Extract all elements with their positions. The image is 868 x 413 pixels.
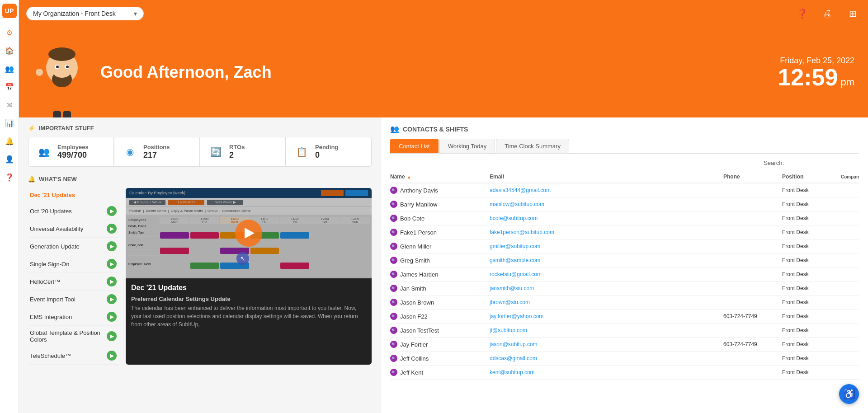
td-email-7: jansmith@siu.com (490, 285, 723, 291)
td-name-10: 🔍 Jason TestTest (390, 327, 490, 334)
content-area: ⚡ IMPORTANT STUFF 👥 Employees 499/700 ◉ … (19, 117, 868, 413)
th-company: Company (841, 174, 859, 180)
svg-point-3 (54, 69, 70, 78)
tab-time-clock[interactable]: Time Clock Summary (496, 139, 569, 153)
table-row[interactable]: 🔍 Bob Cote bcote@subitup.com Front Desk (390, 211, 859, 225)
news-item-event-import[interactable]: Event Import Tool ▶ (28, 291, 118, 308)
table-row[interactable]: 🔍 Jay Fortier jason@subitup.com 603-724-… (390, 338, 859, 352)
td-name-2: 🔍 Bob Cote (390, 215, 490, 222)
whats-new-header: 🔔 WHAT'S NEW (28, 176, 372, 183)
table-row[interactable]: 🔍 Jason F22 jay.fortier@yahoo.com 603-72… (390, 310, 859, 324)
sidebar-icon-person[interactable]: 👤 (1, 151, 18, 167)
td-email-8: jbrown@siu.com (490, 299, 723, 305)
news-item-global-template[interactable]: Global Template & Position Colors ▶ (28, 326, 118, 347)
table-row[interactable]: 🔍 Glenn Miller gmiller@subitup.com Front… (390, 239, 859, 253)
sidebar-icon-users[interactable]: 👥 (1, 61, 18, 77)
td-position-3: Front Desk (782, 229, 841, 235)
td-email-0: adavis34544@gmail.com (490, 187, 723, 193)
td-email-2: bcote@subitup.com (490, 215, 723, 221)
news-item-teleschedule[interactable]: TeleSchedule™ ▶ (28, 347, 118, 365)
table-row[interactable]: 🔍 Jeff Kent kent@subitup.com Front Desk (390, 366, 859, 380)
contact-search-icon-0[interactable]: 🔍 (390, 187, 397, 194)
table-row[interactable]: 🔍 Jason Brown jbrown@siu.com Front Desk (390, 296, 859, 310)
contact-search-icon-7[interactable]: 🔍 (390, 285, 397, 292)
contact-search-icon-12[interactable]: 🔍 (390, 355, 397, 362)
contact-search-icon-1[interactable]: 🔍 (390, 201, 397, 208)
td-name-8: 🔍 Jason Brown (390, 299, 490, 306)
table-row[interactable]: 🔍 Jan Smith jansmith@siu.com Front Desk (390, 282, 859, 296)
contact-search-icon-2[interactable]: 🔍 (390, 215, 397, 222)
table-row[interactable]: 🔍 Barry Manilow manilow@subitup.com Fron… (390, 197, 859, 211)
svg-point-6 (56, 66, 59, 68)
contact-search-icon-9[interactable]: 🔍 (390, 313, 397, 320)
tab-contact-list[interactable]: Contact List (390, 139, 439, 153)
th-name[interactable]: Name ▲ (390, 174, 490, 180)
employees-value: 499/700 (57, 150, 89, 160)
sidebar-icon-mail[interactable]: ✉ (1, 97, 18, 113)
chevron-down-icon: ▾ (134, 10, 137, 17)
contact-search-icon-13[interactable]: 🔍 (390, 369, 397, 376)
app-logo[interactable]: UP (2, 4, 17, 18)
video-title: Dec '21 Updates (131, 284, 366, 292)
table-row[interactable]: 🔍 Jeff Collins ddscas@gmail.com Front De… (390, 352, 859, 366)
bell-icon: 🔔 (28, 176, 35, 183)
grid-icon[interactable]: ⊞ (844, 5, 861, 22)
main-content: My Organization - Front Desk ▾ ❓ 🖨 ⊞ (19, 0, 868, 413)
td-name-12: 🔍 Jeff Collins (390, 355, 490, 362)
td-email-1: manilow@subitup.com (490, 201, 723, 207)
search-input[interactable] (787, 158, 859, 167)
important-stuff-title: IMPORTANT STUFF (39, 125, 94, 131)
sidebar-icon-bell[interactable]: 🔔 (1, 133, 18, 149)
contact-search-icon-8[interactable]: 🔍 (390, 299, 397, 306)
contact-search-icon-4[interactable]: 🔍 (390, 243, 397, 250)
news-item-universal[interactable]: Universal Availability ▶ (28, 220, 118, 238)
sidebar-icon-home[interactable]: 🏠 (1, 42, 18, 59)
stat-pending[interactable]: 📋 Pending 0 (286, 137, 371, 166)
table-row[interactable]: 🔍 Jason TestTest jt@subitup.com Front De… (390, 324, 859, 338)
td-position-2: Front Desk (782, 215, 841, 221)
right-panel: 👥 CONTACTS & SHIFTS Contact List Working… (381, 117, 868, 413)
news-item-oct20[interactable]: Oct '20 Updates ▶ (28, 202, 118, 220)
help-icon[interactable]: ❓ (794, 5, 810, 22)
positions-value: 217 (143, 150, 170, 160)
greeting-text: Good Afternoon, Zach (100, 63, 272, 82)
news-item-dec21[interactable]: Dec '21 Updates (28, 188, 118, 202)
news-item-sso[interactable]: Single Sign-On ▶ (28, 255, 118, 273)
table-row[interactable]: 🔍 Greg Smith gsmith@sample.com Front Des… (390, 253, 859, 268)
sidebar-icon-gear[interactable]: ⚙ (1, 24, 18, 41)
news-item-generation[interactable]: Generation Update ▶ (28, 238, 118, 255)
hero-datetime: Friday, Feb 25, 2022 12:59 pm (778, 56, 854, 89)
td-name-3: 🔍 Fake1 Person (390, 229, 490, 236)
whats-new-content: Dec '21 Updates Oct '20 Updates ▶ Univer… (28, 188, 372, 365)
contact-search-icon-11[interactable]: 🔍 (390, 341, 397, 348)
contact-search-icon-6[interactable]: 🔍 (390, 271, 397, 278)
hero-ampm: pm (840, 76, 854, 88)
sidebar-icon-question[interactable]: ❓ (1, 169, 18, 185)
org-selector[interactable]: My Organization - Front Desk ▾ (26, 7, 144, 20)
video-panel: Calendar: By Employee (week) ◀ Previous … (126, 188, 372, 365)
tab-working-today[interactable]: Working Today (439, 139, 495, 153)
td-position-12: Front Desk (782, 355, 841, 361)
stat-positions[interactable]: ◉ Positions 217 (114, 137, 199, 166)
stat-employees[interactable]: 👥 Employees 499/700 (28, 137, 113, 166)
accessibility-button[interactable]: ♿ (839, 384, 859, 404)
play-button[interactable] (235, 220, 262, 247)
contact-search-icon-10[interactable]: 🔍 (390, 327, 397, 334)
print-icon[interactable]: 🖨 (819, 5, 835, 22)
news-item-ems[interactable]: EMS Integration ▶ (28, 308, 118, 326)
table-row[interactable]: 🔍 Anthony Davis adavis34544@gmail.com Fr… (390, 183, 859, 197)
news-item-hellocert[interactable]: HelloCert™ ▶ (28, 273, 118, 291)
sidebar-icon-calendar[interactable]: 📅 (1, 79, 18, 95)
contacts-header: 👥 CONTACTS & SHIFTS (390, 125, 859, 133)
th-position: Position (782, 174, 841, 180)
stat-rtos[interactable]: 🔄 RTOs 2 (200, 137, 285, 166)
table-row[interactable]: 🔍 James Harden rocketsiu@gmail.com Front… (390, 268, 859, 282)
sidebar-icon-chart[interactable]: 📊 (1, 115, 18, 131)
table-header: Name ▲ Email Phone Position Company (390, 171, 859, 183)
rtos-value: 2 (229, 150, 245, 160)
contact-search-icon-3[interactable]: 🔍 (390, 229, 397, 236)
td-position-13: Front Desk (782, 369, 841, 375)
contact-search-icon-5[interactable]: 🔍 (390, 257, 397, 264)
video-thumbnail[interactable]: Calendar: By Employee (week) ◀ Previous … (126, 188, 372, 278)
table-row[interactable]: 🔍 Fake1 Person fake1person@subitup.com F… (390, 225, 859, 239)
